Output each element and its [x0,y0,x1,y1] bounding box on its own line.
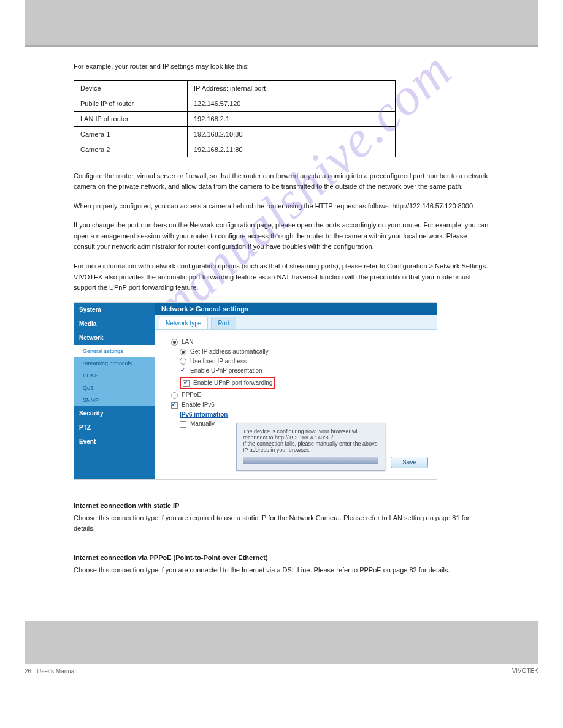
settings-panel: Network > General settings Network type … [155,303,437,479]
popup-line2: If the connection fails, please manually… [243,441,378,453]
sidebar-item-system[interactable]: System [74,303,155,317]
table-row: LAN IP of router192.168.2.1 [74,111,396,126]
sidebar-item-media[interactable]: Media [74,317,155,331]
paragraph: Configure the router, virtual server or … [74,171,489,192]
breadcrumb: Network > General settings [155,303,437,315]
sidebar-item-network[interactable]: Network [74,331,155,345]
table-row: Public IP of router122.146.57.120 [74,96,396,111]
sidebar-item-event[interactable]: Event [74,434,155,449]
sidebar-sub-streaming[interactable]: Streaming protocols [74,357,155,370]
main-content: For example, your router and IP settings… [0,49,563,597]
paragraph: For more information with network config… [74,261,489,294]
check-ipv6[interactable] [171,402,178,409]
pppoe-text: Choose this connection type if you are c… [74,565,489,576]
sidebar-sub-qos[interactable]: QoS [74,382,155,394]
sidebar-item-ptz[interactable]: PTZ [74,420,155,434]
radio-lan[interactable] [171,339,178,346]
table-row: DeviceIP Address: internal port [74,80,396,96]
tab-port[interactable]: Port [211,317,236,329]
settings-tabs: Network type Port [155,315,437,330]
network-type-panel: LAN Get IP address automatically Use fix… [155,330,437,436]
save-button[interactable]: Save [391,457,428,468]
footer-bar [25,621,538,664]
embedded-ui-screenshot: System Media Network General settings St… [74,302,437,480]
sidebar: System Media Network General settings St… [74,303,155,479]
table-row: Camera 1192.168.2.10:80 [74,126,396,142]
reconnect-popup: The device is configuring now. Your brow… [236,423,385,471]
progress-bar [243,457,378,464]
popup-line1: The device is configuring now. Your brow… [243,428,378,441]
tab-network-type[interactable]: Network type [159,317,208,329]
sidebar-sub-general[interactable]: General settings [74,345,155,357]
highlight-upnp-forward: Enable UPnP port forwarding [180,377,275,389]
sidebar-sub-ddns[interactable]: DDNS [74,370,155,382]
header-brand-bar [25,0,538,47]
internet-static-heading: Internet connection with static IP [74,502,179,509]
table-row: Camera 2192.168.2.11:80 [74,142,396,157]
paragraph: When properly configured, you can access… [74,201,489,212]
paragraph: If you change the port numbers on the Ne… [74,220,489,252]
internet-static-text: Choose this connection type if you are r… [74,513,489,534]
pppoe-heading: Internet connection via PPPoE (Point-to-… [74,554,268,561]
firmware-label: VIVOTEK [0,667,563,674]
ipv6-info-link[interactable]: IPv6 information [180,411,228,418]
radio-fixed-ip[interactable] [180,358,186,365]
radio-pppoe[interactable] [171,392,178,399]
radio-get-ip[interactable] [180,349,186,355]
sidebar-item-security[interactable]: Security [74,406,155,420]
sidebar-subgroup: General settings Streaming protocols DDN… [74,345,155,406]
intro-text: For example, your router and IP settings… [74,61,489,72]
sidebar-sub-snmp[interactable]: SNMP [74,394,155,406]
check-upnp-present[interactable] [180,368,186,374]
check-upnp-forward[interactable] [183,380,190,387]
check-manually[interactable] [180,421,186,428]
ip-settings-table: DeviceIP Address: internal port Public I… [74,80,396,157]
